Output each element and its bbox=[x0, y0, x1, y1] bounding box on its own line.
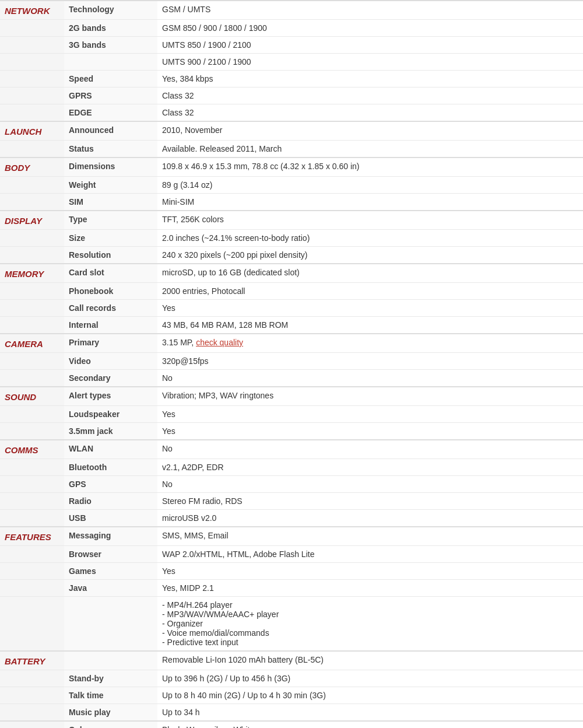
section-label-camera bbox=[0, 353, 64, 370]
row-value: Class 32 bbox=[157, 88, 583, 104]
section-label-sound: SOUND bbox=[0, 387, 64, 406]
section-label-body bbox=[0, 194, 64, 211]
row-label: Messaging bbox=[64, 527, 157, 546]
section-label-battery bbox=[0, 704, 64, 722]
check-quality-link[interactable]: check quality bbox=[196, 338, 243, 347]
section-label-network bbox=[0, 54, 64, 71]
row-label: GPS bbox=[64, 476, 157, 493]
section-label-camera: CAMERA bbox=[0, 334, 64, 353]
section-label-features: FEATURES bbox=[0, 527, 64, 546]
row-value: GSM / UMTS bbox=[157, 1, 583, 20]
row-value: Stereo FM radio, RDS bbox=[157, 493, 583, 510]
section-label-body bbox=[0, 177, 64, 194]
row-value: Yes bbox=[157, 300, 583, 317]
row-value: Black, Warm silver, White bbox=[157, 721, 583, 728]
row-value: Yes, 384 kbps bbox=[157, 71, 583, 88]
specs-table: NETWORKTechnologyGSM / UMTS2G bandsGSM 8… bbox=[0, 0, 583, 728]
row-label: 3.5mm jack bbox=[64, 423, 157, 440]
row-value: 2.0 inches (~24.1% screen-to-body ratio) bbox=[157, 230, 583, 247]
row-label: Primary bbox=[64, 334, 157, 353]
row-value: 2010, November bbox=[157, 121, 583, 141]
row-label: Radio bbox=[64, 493, 157, 510]
row-value: Up to 8 h 40 min (2G) / Up to 4 h 30 min… bbox=[157, 687, 583, 704]
row-value: TFT, 256K colors bbox=[157, 211, 583, 230]
row-label: Video bbox=[64, 353, 157, 370]
row-label: Colors bbox=[64, 721, 157, 728]
row-label: Card slot bbox=[64, 264, 157, 283]
section-label-battery: BATTERY bbox=[0, 651, 64, 670]
section-label-features bbox=[0, 597, 64, 652]
section-label-camera bbox=[0, 370, 64, 387]
row-value: 3.15 MP, check quality bbox=[157, 334, 583, 353]
row-label: 3G bands bbox=[64, 37, 157, 54]
row-value: Yes bbox=[157, 563, 583, 580]
row-value: SMS, MMS, Email bbox=[157, 527, 583, 546]
row-label bbox=[64, 54, 157, 71]
row-label: Talk time bbox=[64, 687, 157, 704]
row-label: Browser bbox=[64, 546, 157, 563]
section-label-network bbox=[0, 104, 64, 122]
row-value: No bbox=[157, 476, 583, 493]
section-label-body: BODY bbox=[0, 158, 64, 177]
row-label: Status bbox=[64, 141, 157, 158]
section-label-comms: COMMS bbox=[0, 440, 64, 459]
row-label: Technology bbox=[64, 1, 157, 20]
section-label-features bbox=[0, 563, 64, 580]
row-value: 109.8 x 46.9 x 15.3 mm, 78.8 cc (4.32 x … bbox=[157, 158, 583, 177]
row-value: - MP4/H.264 player- MP3/WAV/WMA/eAAC+ pl… bbox=[157, 597, 583, 652]
row-label: Music play bbox=[64, 704, 157, 722]
row-value: Mini-SIM bbox=[157, 194, 583, 211]
row-value: microSD, up to 16 GB (dedicated slot) bbox=[157, 264, 583, 283]
row-value: GSM 850 / 900 / 1800 / 1900 bbox=[157, 20, 583, 37]
row-label: Alert types bbox=[64, 387, 157, 406]
row-value: Yes bbox=[157, 423, 583, 440]
section-label-display bbox=[0, 230, 64, 247]
row-value: 2000 entries, Photocall bbox=[157, 283, 583, 300]
row-value: Up to 396 h (2G) / Up to 456 h (3G) bbox=[157, 670, 583, 687]
row-value: UMTS 900 / 2100 / 1900 bbox=[157, 54, 583, 71]
row-label: WLAN bbox=[64, 440, 157, 459]
row-label: EDGE bbox=[64, 104, 157, 122]
row-label: Bluetooth bbox=[64, 459, 157, 476]
section-label-misc: MISC bbox=[0, 721, 64, 728]
row-label: Size bbox=[64, 230, 157, 247]
section-label-network bbox=[0, 20, 64, 37]
section-label-comms bbox=[0, 510, 64, 527]
section-label-network bbox=[0, 88, 64, 104]
section-label-comms bbox=[0, 493, 64, 510]
row-value: Available. Released 2011, March bbox=[157, 141, 583, 158]
row-label: Type bbox=[64, 211, 157, 230]
row-value: UMTS 850 / 1900 / 2100 bbox=[157, 37, 583, 54]
row-label: Phonebook bbox=[64, 283, 157, 300]
row-label: 2G bands bbox=[64, 20, 157, 37]
section-label-features bbox=[0, 580, 64, 597]
row-value: 89 g (3.14 oz) bbox=[157, 177, 583, 194]
row-label bbox=[64, 597, 157, 652]
row-label: USB bbox=[64, 510, 157, 527]
row-label: Games bbox=[64, 563, 157, 580]
row-label: Stand-by bbox=[64, 670, 157, 687]
section-label-comms bbox=[0, 476, 64, 493]
row-value: No bbox=[157, 440, 583, 459]
section-label-comms bbox=[0, 459, 64, 476]
section-label-features bbox=[0, 546, 64, 563]
row-value: 320p@15fps bbox=[157, 353, 583, 370]
row-value: microUSB v2.0 bbox=[157, 510, 583, 527]
section-label-network bbox=[0, 71, 64, 88]
row-value: Class 32 bbox=[157, 104, 583, 122]
row-value: 240 x 320 pixels (~200 ppi pixel density… bbox=[157, 247, 583, 264]
section-label-memory bbox=[0, 300, 64, 317]
section-label-display: DISPLAY bbox=[0, 211, 64, 230]
row-label: Speed bbox=[64, 71, 157, 88]
row-value: Vibration; MP3, WAV ringtones bbox=[157, 387, 583, 406]
row-value: v2.1, A2DP, EDR bbox=[157, 459, 583, 476]
section-label-battery bbox=[0, 687, 64, 704]
row-value: Yes, MIDP 2.1 bbox=[157, 580, 583, 597]
section-label-network: NETWORK bbox=[0, 1, 64, 20]
row-label: SIM bbox=[64, 194, 157, 211]
row-label: Call records bbox=[64, 300, 157, 317]
row-label: Weight bbox=[64, 177, 157, 194]
row-label: Java bbox=[64, 580, 157, 597]
row-label: Secondary bbox=[64, 370, 157, 387]
row-label: Resolution bbox=[64, 247, 157, 264]
